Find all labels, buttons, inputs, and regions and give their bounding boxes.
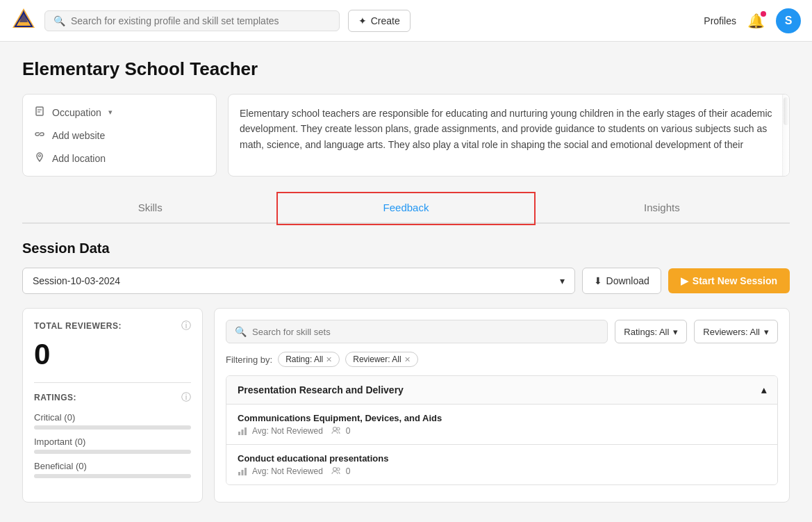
skill-group-0: Presentation Research and Delivery ▴ Com… [226,375,778,485]
website-icon [34,129,45,142]
skill-search-bar[interactable]: 🔍 [226,320,608,343]
header: 🔍 ✦ Create Profiles 🔔 S [0,0,812,42]
rating-critical: Critical (0) [34,412,191,430]
page-title: Elementary School Teacher [22,58,790,80]
logo [11,7,36,34]
reviewers-filter-dropdown[interactable]: Reviewers: All ▾ [694,320,778,343]
tabs-bar: Skills Feedback Insights [22,193,790,224]
skill-item-0-0: Communications Equipment, Devices, and A… [226,404,777,444]
total-reviewers-label: TOTAL REVIEWERS: [34,321,122,331]
session-value: Session-10-03-2024 [33,275,120,286]
search-bar[interactable]: 🔍 [44,10,340,31]
bottom-section: TOTAL REVIEWERS: ⓘ 0 RATINGS: ⓘ Critical… [22,308,790,503]
reviewers-count-0-0: 0 [331,426,351,436]
add-website-item[interactable]: Add website [34,129,205,142]
add-location-item[interactable]: Add location [34,152,205,165]
skill-group-toggle-0: ▴ [761,384,766,395]
svg-rect-9 [245,427,247,435]
tab-skills[interactable]: Skills [22,193,278,224]
skill-controls: 🔍 Ratings: All ▾ Reviewers: All ▾ [226,320,778,343]
svg-rect-3 [36,107,43,115]
ratings-header: RATINGS: ⓘ [34,391,191,404]
notification-dot [761,11,766,17]
reviewers-filter-label: Reviewers: All [703,327,760,337]
rating-critical-label: Critical (0) [34,412,75,423]
profiles-link[interactable]: Profiles [704,15,736,26]
reviewer-chip[interactable]: Reviewer: All ✕ [345,352,417,367]
svg-point-6 [39,155,41,157]
session-controls: Session-10-03-2024 ▾ ⬇ Download ▶ Start … [22,268,790,294]
reviewers-card: TOTAL REVIEWERS: ⓘ 0 RATINGS: ⓘ Critical… [22,308,203,503]
svg-point-11 [337,427,340,430]
filtering-label: Filtering by: [226,354,272,365]
download-label: Download [606,275,649,286]
skill-group-name-0: Presentation Research and Delivery [238,384,404,395]
ratings-filter-label: Ratings: All [624,327,669,337]
tab-feedback[interactable]: Feedback [278,193,533,224]
create-button[interactable]: ✦ Create [348,10,411,32]
ratings-info-icon[interactable]: ⓘ [181,391,191,404]
avg-label-0-0: Avg: Not Reviewed [238,426,323,436]
ratings-section: RATINGS: ⓘ Critical (0) Important (0) [34,391,191,478]
occupation-item[interactable]: Occupation ▾ [34,106,205,119]
profile-meta-card: Occupation ▾ Add website Add [22,94,217,177]
rating-beneficial-bar [34,474,191,478]
avatar[interactable]: S [776,8,801,33]
skill-panel: 🔍 Ratings: All ▾ Reviewers: All ▾ Filter… [214,308,790,503]
description-text: Elementary school teachers are responsib… [240,106,778,152]
total-reviewers-info-icon[interactable]: ⓘ [181,320,191,332]
reviewers-count-0-1: 0 [331,466,351,476]
rating-chip-close[interactable]: ✕ [326,355,332,364]
svg-point-16 [337,468,340,471]
main-content: Elementary School Teacher Occupation ▾ [0,42,812,519]
download-icon: ⬇ [594,275,602,286]
skill-group-header-0[interactable]: Presentation Research and Delivery ▴ [226,376,777,404]
rating-important-bar [34,450,191,454]
total-reviewers-value: 0 [34,338,191,371]
profile-section: Occupation ▾ Add website Add [22,94,790,177]
session-dropdown[interactable]: Session-10-03-2024 ▾ [22,268,575,294]
reviewer-chip-label: Reviewer: All [353,354,401,364]
play-icon: ▶ [681,275,688,286]
location-icon [34,152,45,165]
profile-description: Elementary school teachers are responsib… [228,94,790,177]
add-website-label: Add website [52,130,105,141]
skill-item-meta-0-0: Avg: Not Reviewed 0 [238,426,766,436]
rating-chip[interactable]: Rating: All ✕ [278,352,340,367]
rating-important-label: Important (0) [34,437,85,447]
ratings-label: RATINGS: [34,393,76,402]
svg-point-10 [333,427,336,431]
create-icon: ✦ [358,15,367,26]
ratings-filter-dropdown[interactable]: Ratings: All ▾ [615,320,687,343]
rating-important: Important (0) [34,437,191,454]
rating-beneficial-label: Beneficial (0) [34,461,87,471]
svg-rect-14 [245,468,247,475]
skill-item-meta-0-1: Avg: Not Reviewed 0 [238,466,766,476]
rating-chip-label: Rating: All [285,354,323,364]
svg-point-15 [333,468,336,471]
download-button[interactable]: ⬇ Download [582,268,661,294]
svg-rect-7 [238,432,240,435]
svg-rect-13 [242,470,244,475]
occupation-label: Occupation [52,107,101,118]
svg-rect-8 [242,430,244,435]
tab-insights[interactable]: Insights [534,193,790,224]
filtering-bar: Filtering by: Rating: All ✕ Reviewer: Al… [226,352,778,367]
rating-beneficial: Beneficial (0) [34,461,191,478]
dropdown-chevron-icon: ▾ [560,275,565,286]
add-location-label: Add location [52,153,106,164]
svg-rect-12 [238,472,240,475]
avg-label-0-1: Avg: Not Reviewed [238,466,323,476]
skill-item-0-1: Conduct educational presentations Avg: N… [226,444,777,484]
search-input[interactable] [71,15,331,26]
reviewers-filter-chevron: ▾ [764,327,769,337]
occupation-chevron: ▾ [108,108,113,117]
ratings-filter-chevron: ▾ [673,327,678,337]
reviewer-chip-close[interactable]: ✕ [404,355,411,364]
start-session-button[interactable]: ▶ Start New Session [668,268,790,293]
skill-search-input[interactable] [252,327,599,337]
rating-critical-bar [34,425,191,430]
card-divider [34,382,191,383]
notification-button[interactable]: 🔔 [745,10,768,32]
skill-search-icon: 🔍 [235,326,247,337]
